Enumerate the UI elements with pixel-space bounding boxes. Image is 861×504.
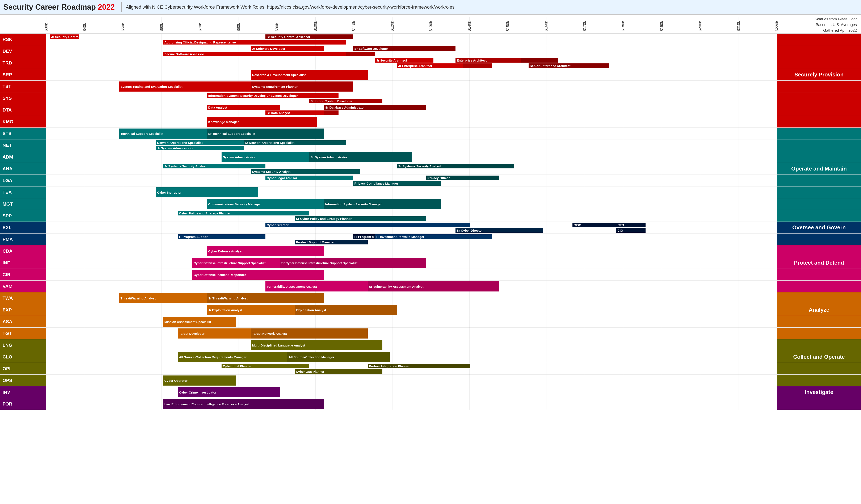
segment-EXL-0: Cyber Director [265,222,470,227]
cat-block-oversee-16: Oversee and Govern [777,222,861,233]
segment-CIR-0: Cyber Defense Incident Responder [192,270,324,280]
bar-area-KMG: Knowledge Manager [46,116,777,128]
salary-tick: $180k [621,21,625,31]
bar-area-TEA: Cyber Instructional Curriculum Developer… [46,187,777,198]
bar-area-NET: Network Operations SpecialistJr System A… [46,139,777,151]
cat-label-secprov: Securely Provision [793,70,845,79]
bar-area-CDA: Cyber Defense Analyst [46,245,777,257]
salary-tick: $40k [83,23,87,31]
data-row: CIRCyber Defense Incident Responder [0,269,861,281]
cat-label-protect: Protect and Defend [792,259,846,267]
salary-tick: $30k [44,23,49,31]
header: Security Career Roadmap 2022 Aligned wit… [0,0,861,15]
segment-TWA-1: Sr Threat/Warning Analyst [207,293,324,303]
segment-CLO-0: All Source-Collection Requirements Manag… [178,352,295,362]
row-label-EXL: EXL [0,222,46,233]
salary-tick: $140k [467,21,472,31]
segment-TRD-5: Senior Enterprise Architect [529,64,609,68]
salary-tick: $200k [698,21,702,31]
bar-area-STS: Technical Support SpecialistSr Technical… [46,128,777,139]
segment-TWA-0: Threat/Warning Analyst [119,293,221,303]
data-row: RSKJr Security Control AssessorSecurity … [0,33,861,45]
cat-block-secprov-6 [777,104,861,116]
data-row: ADMSystem AdministratorSr System Adminis… [0,151,861,163]
segment-EXL-2: CISO [572,222,616,227]
header-divider [121,2,122,12]
segment-PMA-0: IT Program Auditor [178,234,265,239]
title-text: Security Career Roadmap [3,3,98,11]
data-row: TEACyber Instructional Curriculum Develo… [0,187,861,198]
row-label-STS: STS [0,128,46,139]
segment-KMG-0: Knowledge Manager [207,117,317,127]
segment-DEV-2: Sr Software Developer [353,46,455,51]
row-label-TWA: TWA [0,292,46,304]
data-row: MGTCommunications Security ManagerInform… [0,198,861,210]
segment-ADM-0: System Administrator [221,152,324,162]
data-row: SPPCyber Workforce Developer and Manager… [0,210,861,222]
segment-VAM-0: Vulnerability Assessment Analyst [265,282,382,291]
salary-tick: $90k [275,23,279,31]
segment-CDA-0: Cyber Defense Analyst [207,246,324,256]
bar-area-TRD: Jr Security ArchitectSecurity ArchitectS… [46,57,777,69]
cat-label-opmaint: Operate and Maintain [790,165,848,173]
row-label-TRD: TRD [0,57,46,69]
segment-TST-0: System Testing and Evaluation Specialist [119,81,251,92]
segment-ASA-1: Mission Assessment Specialist [163,317,236,327]
segment-RSK-2: Sr Security Control Assessor [265,35,353,39]
data-row: TGTTarget DeveloperTarget Network Analys… [0,328,861,339]
row-label-PMA: PMA [0,233,46,245]
cat-block-opmaint-9 [777,139,861,151]
cat-label-collect: Collect and Operate [792,353,847,361]
bar-area-DEV: Jr Software DeveloperSoftware DeveloperS… [46,45,777,57]
row-label-INV: INV [0,386,46,398]
row-label-NET: NET [0,139,46,151]
cat-block-collect-28 [777,363,861,374]
cat-block-invest-30: Investigate [777,386,861,398]
data-row: ANAJr Systems Security AnalystSystems Se… [0,163,861,175]
title-year: 2022 [98,3,115,11]
bar-area-OPS: Cyber Operator [46,374,777,386]
row-label-CDA: CDA [0,245,46,257]
segment-SYS-3: System Developer [324,99,382,103]
bar-area-OPL: Cyber Intel PlannerCyber Ops PlannerPart… [46,363,777,374]
cat-block-opmaint-12 [777,175,861,186]
segment-INV-0: Cyber Crime Investigator [178,387,280,397]
row-label-TST: TST [0,81,46,92]
bar-area-ANA: Jr Systems Security AnalystSystems Secur… [46,163,777,175]
salary-note-line1: Salaries from Glass Door [815,16,857,22]
row-label-CLO: CLO [0,351,46,363]
row-label-KMG: KMG [0,116,46,127]
cat-block-analyze-22 [777,292,861,304]
bar-area-RSK: Jr Security Control AssessorSecurity Con… [46,33,777,45]
segment-RSK-3: Authorizing Official/Designating Represe… [163,40,346,44]
data-row: INFCyber Defense Infrastructure Support … [0,257,861,269]
cat-block-protect-20 [777,269,861,280]
bar-area-LGA: Cyber Legal AdvisorPrivacy Compliance Ma… [46,175,777,187]
row-label-SRP: SRP [0,69,46,80]
data-row: EXLCyber DirectorSr Cyber DirectorCISOCI… [0,222,861,233]
segment-EXL-1: Sr Cyber Director [455,228,543,233]
bar-area-MGT: Communications Security ManagerInformati… [46,198,777,210]
row-label-FOR: FOR [0,398,46,410]
segment-DTA-3: Sr Data Analyst [265,110,324,115]
row-label-CIR: CIR [0,269,46,280]
header-title: Security Career Roadmap 2022 [3,3,115,12]
segment-OPL-0: Cyber Intel Planner [221,364,309,368]
segment-LGA-0: Cyber Legal Advisor [265,176,353,180]
segment-CLO-1: All Source-Collection Manager [287,352,390,362]
segment-SPP-3: Sr Cyber Policy and Strategy Planner [295,216,426,221]
cat-block-protect-21 [777,281,861,292]
data-row: TRDJr Security ArchitectSecurity Archite… [0,57,861,69]
cat-block-collect-27: Collect and Operate [777,351,861,363]
segment-EXL-3: CIO [616,228,645,233]
segment-SPP-2: Cyber Policy and Strategy Planner [178,211,309,216]
salary-note-line2: Based on U.S. Averages [815,22,857,28]
cat-block-analyze-23: Analyze [777,304,861,316]
data-row: DTAData AnalystDatabase AdministratorSr … [0,104,861,116]
salary-tick: $220k [775,21,779,31]
cat-label-analyze: Analyze [807,306,831,314]
cat-block-oversee-17 [777,233,861,245]
cat-block-secprov-4 [777,81,861,92]
segment-ANA-2: Sr Systems Security Analyst [397,164,514,168]
cat-block-opmaint-15 [777,210,861,221]
